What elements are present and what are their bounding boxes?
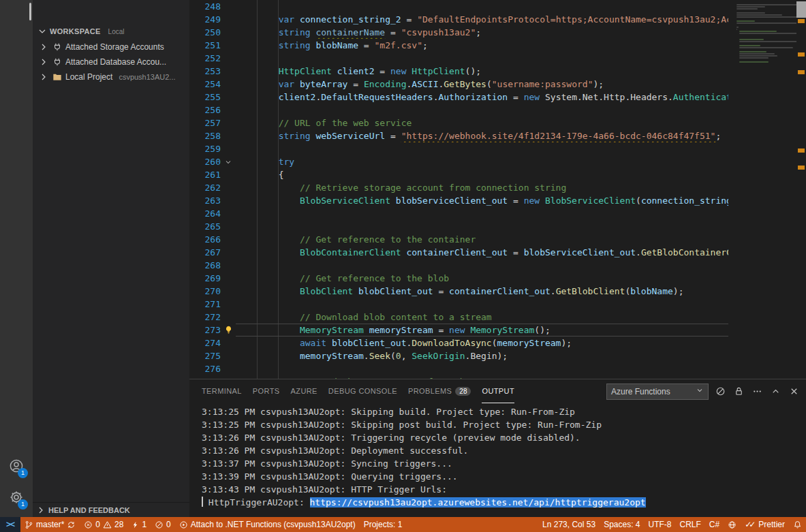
- accounts-button[interactable]: 1: [0, 450, 33, 482]
- settings-button[interactable]: 1: [0, 482, 33, 513]
- line-number[interactable]: 250: [189, 26, 221, 39]
- minimap[interactable]: [728, 0, 796, 379]
- attach-debugger-status[interactable]: Attach to .NET Functions (csvpush13AU2op…: [175, 517, 360, 532]
- code-text[interactable]: // Read the CSV content from the stream: [236, 375, 728, 379]
- code-text[interactable]: HttpClient client2 = new HttpClient();: [236, 65, 728, 78]
- lightbulb-icon[interactable]: [221, 324, 236, 337]
- code-text[interactable]: var connection_string_2 = "DefaultEndpoi…: [236, 13, 728, 26]
- help-feedback-section[interactable]: HELP AND FEEDBACK: [33, 502, 189, 517]
- line-number[interactable]: 274: [189, 337, 221, 349]
- panel-tab-ports[interactable]: PORTS: [253, 379, 280, 403]
- line-number[interactable]: 255: [189, 91, 221, 104]
- line-number[interactable]: 249: [189, 13, 221, 26]
- panel-tab-azure[interactable]: AZURE: [291, 379, 317, 403]
- code-text[interactable]: [236, 142, 728, 155]
- lock-icon[interactable]: [732, 385, 745, 398]
- line-number[interactable]: 253: [189, 65, 221, 78]
- output-channel-select[interactable]: Azure Functions: [606, 384, 709, 400]
- git-branch-status[interactable]: master*: [20, 517, 80, 532]
- code-text[interactable]: [236, 104, 728, 116]
- encoding-status[interactable]: UTF-8: [645, 517, 676, 532]
- close-panel-icon[interactable]: [787, 385, 801, 398]
- selected-trigger-url[interactable]: https://csvpush13au2opt.azurewebsites.ne…: [310, 497, 646, 507]
- line-number[interactable]: 256: [189, 104, 221, 116]
- feedback-status[interactable]: [724, 517, 741, 532]
- line-number[interactable]: 258: [189, 129, 221, 142]
- line-number[interactable]: 260: [189, 155, 221, 168]
- output-log[interactable]: 3:13:25 PM csvpush13AU2opt: Skipping bui…: [189, 403, 806, 517]
- line-number[interactable]: 271: [189, 298, 221, 311]
- sidebar-item-attached-storage-accounts[interactable]: Attached Storage Accounts: [33, 40, 189, 54]
- line-number[interactable]: 254: [189, 78, 221, 91]
- line-number[interactable]: 252: [189, 52, 221, 65]
- more-actions-icon[interactable]: [750, 385, 764, 398]
- scrollbar-thumb[interactable]: [796, 1, 806, 18]
- code-text[interactable]: BlobServiceClient blobServiceClient_out …: [236, 194, 728, 207]
- code-text[interactable]: await blobClient_out.DownloadToAsync(mem…: [236, 337, 728, 349]
- line-number[interactable]: 251: [189, 39, 221, 52]
- workspace-section-header[interactable]: WORKSPACE Local: [33, 23, 189, 40]
- code-text[interactable]: // Retrieve storage account from connect…: [236, 181, 728, 194]
- panel-tab-output[interactable]: OUTPUT: [482, 379, 514, 403]
- code-text[interactable]: [236, 52, 728, 65]
- code-text[interactable]: // Get reference to the blob: [236, 272, 728, 285]
- line-number[interactable]: 272: [189, 311, 221, 324]
- line-number[interactable]: 262: [189, 181, 221, 194]
- code-text[interactable]: [236, 298, 728, 311]
- code-editor[interactable]: 248249 var connection_string_2 = "Defaul…: [189, 0, 806, 379]
- line-number[interactable]: 276: [189, 362, 221, 375]
- code-text[interactable]: string webServiceUrl = "https://webhook.…: [236, 129, 728, 142]
- code-text[interactable]: [236, 362, 728, 375]
- code-text[interactable]: [236, 207, 728, 220]
- line-number[interactable]: 259: [189, 142, 221, 155]
- problems-status[interactable]: 0 28: [80, 517, 127, 532]
- code-text[interactable]: BlobClient blobClient_out = containerCli…: [236, 285, 728, 298]
- line-number[interactable]: 275: [189, 349, 221, 362]
- code-text[interactable]: MemoryStream memoryStream = new MemorySt…: [236, 324, 728, 337]
- code-area[interactable]: 248249 var connection_string_2 = "Defaul…: [189, 0, 728, 379]
- line-number[interactable]: 263: [189, 194, 221, 207]
- clear-output-icon[interactable]: [713, 385, 727, 398]
- line-number[interactable]: 269: [189, 272, 221, 285]
- remote-indicator[interactable]: ><: [0, 517, 20, 532]
- panel-tab-problems[interactable]: PROBLEMS28: [408, 379, 471, 403]
- line-number[interactable]: 257: [189, 116, 221, 129]
- cursor-position-status[interactable]: Ln 273, Col 53: [538, 517, 600, 532]
- line-number[interactable]: 267: [189, 246, 221, 259]
- line-number[interactable]: 273: [189, 324, 221, 337]
- panel-tab-terminal[interactable]: TERMINAL: [202, 379, 242, 403]
- panel-tab-debug-console[interactable]: DEBUG CONSOLE: [328, 379, 397, 403]
- code-text[interactable]: string blobName = "m2f.csv";: [236, 39, 728, 52]
- overview-ruler[interactable]: [796, 0, 806, 379]
- code-text[interactable]: [236, 0, 728, 13]
- code-text[interactable]: BlobContainerClient containerClient_out …: [236, 246, 728, 259]
- code-text[interactable]: // URL of the web service: [236, 116, 728, 129]
- code-text[interactable]: // Get reference to the container: [236, 233, 728, 246]
- maximize-panel-icon[interactable]: [769, 385, 782, 398]
- code-text[interactable]: var byteArray = Encoding.ASCII.GetBytes(…: [236, 78, 728, 91]
- sidebar-item-attached-database-accou[interactable]: Attached Database Accou...: [33, 54, 189, 69]
- projects-status[interactable]: Projects: 1: [360, 517, 407, 532]
- language-status[interactable]: C#: [705, 517, 724, 532]
- code-text[interactable]: try: [236, 155, 728, 168]
- code-text[interactable]: string containerName = "csvpush13au2";: [236, 26, 728, 39]
- code-text[interactable]: [236, 220, 728, 233]
- blocked-status[interactable]: 0: [151, 517, 175, 532]
- indentation-status[interactable]: Spaces: 4: [600, 517, 644, 532]
- line-number[interactable]: 265: [189, 220, 221, 233]
- code-text[interactable]: {: [236, 168, 728, 181]
- code-text[interactable]: client2.DefaultRequestHeaders.Authorizat…: [236, 91, 728, 104]
- eol-status[interactable]: CRLF: [676, 517, 705, 532]
- code-text[interactable]: memoryStream.Seek(0, SeekOrigin.Begin);: [236, 349, 728, 362]
- fold-icon[interactable]: [221, 155, 236, 168]
- code-text[interactable]: // Download blob content to a stream: [236, 311, 728, 324]
- functions-status[interactable]: 1: [127, 517, 151, 532]
- line-number[interactable]: 270: [189, 285, 221, 298]
- prettier-status[interactable]: ✓✓ Prettier: [741, 517, 789, 532]
- sidebar-item-local-project[interactable]: Local Projectcsvpush13AU2...: [33, 69, 189, 84]
- line-number[interactable]: 248: [189, 0, 221, 13]
- line-number[interactable]: 261: [189, 168, 221, 181]
- notifications-status[interactable]: [789, 517, 806, 532]
- line-number[interactable]: 266: [189, 233, 221, 246]
- code-text[interactable]: [236, 259, 728, 272]
